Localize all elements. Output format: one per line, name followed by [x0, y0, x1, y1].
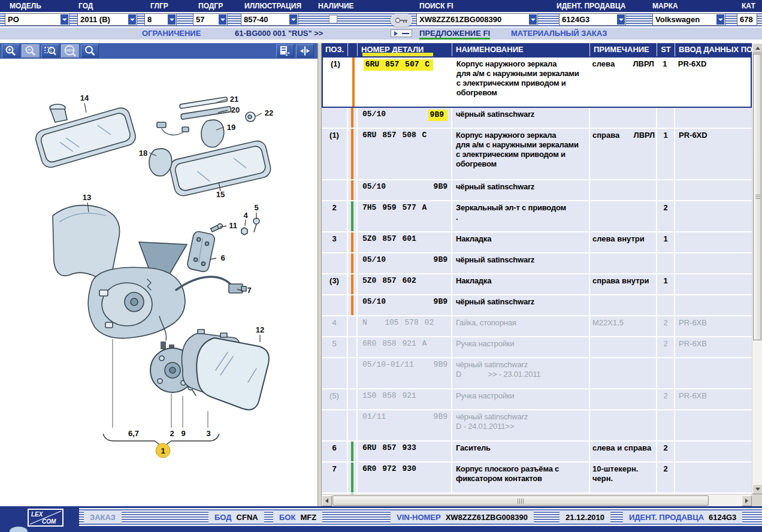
scroll-down-arrow-icon[interactable]: [752, 484, 762, 494]
qty-cell: 1: [657, 58, 675, 107]
parts-table-panel: ПОЗ. НОМЕР ДЕТАЛИ НАИМЕНОВАНИЕ ПРИМЕЧАНИ…: [322, 43, 762, 506]
table-row[interactable]: (5)1S0 858 921Ручка настройки2PR-6XB: [322, 389, 752, 410]
vertical-scrollbar[interactable]: [752, 43, 762, 494]
illustration-toolbar: 100%: [0, 43, 318, 59]
qty-cell: [657, 295, 675, 315]
callout-5[interactable]: 5: [254, 203, 258, 212]
scroll-right-arrow-icon[interactable]: [742, 495, 752, 506]
offer-fi-tab[interactable]: ПРЕДЛОЖЕНИЕ FI: [419, 29, 490, 38]
search-fi-select[interactable]: XW8ZZZ61ZBG008390: [416, 13, 538, 26]
chevron-down-icon[interactable]: [616, 14, 625, 25]
chevron-down-icon[interactable]: [167, 14, 176, 25]
table-row[interactable]: 05/109B9чёрный satinschwarz: [322, 295, 752, 316]
subgroup-select[interactable]: 57: [193, 13, 228, 26]
zoom-in-button[interactable]: [2, 44, 20, 58]
remark-cell: [590, 389, 657, 409]
search-button[interactable]: [81, 44, 99, 58]
search-fi-value: XW8ZZZ61ZBG008390: [417, 15, 501, 24]
part-name-cell: чёрный satinschwarz: [452, 295, 590, 315]
callout-14[interactable]: 14: [80, 93, 89, 102]
callout-20[interactable]: 20: [231, 105, 240, 114]
chevron-down-icon[interactable]: [218, 14, 227, 25]
material-order-tab[interactable]: МАТЕРИАЛЬНЫЙ ЗАКАЗ: [511, 29, 607, 38]
table-row[interactable]: 76R0 972 930Корпус плоского разъёма сфик…: [322, 463, 752, 494]
table-row[interactable]: 56R0 858 921 AРучка настройки2PR-6XB: [322, 337, 752, 358]
table-row[interactable]: (3)5Z0 857 602Накладкасправа внутри1: [322, 274, 752, 295]
remark-cell: справаЛВРЛ: [590, 129, 657, 179]
status-bar: LEX COM ЗАКАЗ БОДCFNA БОКMFZ VIN-НОМЕРXW…: [0, 506, 762, 532]
callout-1[interactable]: 1: [161, 446, 165, 455]
data-entry-cell: [675, 232, 752, 252]
row-marker-bar: [348, 201, 358, 231]
illustration-panel: 100%: [0, 43, 318, 506]
table-row[interactable]: 05/10-01/119B9чёрный satinschwarzD >> - …: [322, 358, 752, 389]
chevron-down-icon[interactable]: [128, 14, 137, 25]
part-number-cell: 05/109B9: [358, 108, 452, 128]
row-marker-bar: [348, 295, 358, 315]
scroll-left-arrow-icon[interactable]: [322, 495, 332, 506]
catalog-field[interactable]: 678: [737, 13, 757, 26]
chevron-down-icon[interactable]: [716, 14, 725, 25]
table-row[interactable]: 01/119B9чёрный satinschwarzD - 24.01.201…: [322, 410, 752, 442]
zoom-100-button[interactable]: 100%: [61, 44, 79, 58]
table-row[interactable]: 05/109B9чёрный satinschwarz: [322, 253, 752, 274]
callout-2[interactable]: 2: [170, 429, 174, 438]
table-row[interactable]: (1)6RU 857 507 CКорпус наружного зеркала…: [322, 56, 752, 108]
overview-pages-button[interactable]: [276, 44, 294, 58]
table-row[interactable]: 4N 105 578 02Гайка, стопорнаяM22X1,52PR-…: [322, 316, 752, 337]
table-row[interactable]: 66RU 857 933Гасительслева и справа2: [322, 442, 752, 463]
dealer-id-select[interactable]: 6124G3: [559, 13, 626, 26]
illustration-select[interactable]: 857-40: [241, 13, 298, 26]
zoom-out-button[interactable]: [22, 44, 40, 58]
model-label: МОДЕЛЬ: [10, 2, 41, 10]
callout-22[interactable]: 22: [265, 108, 273, 117]
qty-cell: 2: [657, 201, 675, 231]
table-row[interactable]: 05/109B9чёрный satinschwarz: [322, 108, 752, 129]
callout-9[interactable]: 9: [181, 429, 185, 438]
data-entry-cell: [675, 201, 752, 231]
table-row[interactable]: (1)6RU 857 508 CКорпус наружного зеркала…: [322, 129, 752, 180]
callout-3[interactable]: 3: [206, 429, 210, 438]
callout-11[interactable]: 11: [229, 221, 237, 230]
split-view-button[interactable]: [296, 44, 314, 58]
callout-7[interactable]: 7: [247, 286, 251, 295]
zoom-window-button[interactable]: [41, 44, 59, 58]
panel-splitter[interactable]: [318, 43, 322, 506]
brand-value: Volkswagen: [653, 15, 700, 24]
subgroup-label: ПОДГР: [198, 2, 223, 10]
illustration-label: ИЛЛЮСТРАЦИЯ: [244, 2, 301, 10]
model-select[interactable]: PO: [5, 13, 69, 26]
chevron-down-icon[interactable]: [289, 14, 298, 25]
vertical-scrollbar-thumb[interactable]: [753, 54, 761, 340]
catalog-value: 678: [737, 15, 753, 24]
restriction-link[interactable]: ОГРАНИЧЕНИЕ: [142, 29, 201, 38]
table-row[interactable]: 35Z0 857 601Накладкаслева внутри1: [322, 232, 752, 253]
column-header-marker: [348, 43, 358, 56]
horizontal-scrollbar[interactable]: [322, 494, 752, 506]
order-status[interactable]: ЗАКАЗ: [84, 510, 122, 524]
callout-13[interactable]: 13: [83, 193, 91, 202]
year-select[interactable]: 2011 (B): [77, 13, 137, 26]
table-row[interactable]: 27H5 959 577 AЗеркальный эл-т с приводом…: [322, 201, 752, 232]
scroll-up-arrow-icon[interactable]: [752, 43, 762, 53]
availability-checkbox[interactable]: [329, 15, 337, 23]
chevron-down-icon[interactable]: [528, 14, 537, 25]
brand-select[interactable]: Volkswagen: [652, 13, 725, 26]
key-icon[interactable]: [391, 14, 412, 26]
parts-illustration[interactable]: 1421202219181513541167126,72931: [0, 59, 318, 491]
main-group-select[interactable]: 8: [144, 13, 177, 26]
callout-6,7[interactable]: 6,7: [128, 429, 139, 438]
table-row[interactable]: 05/109B9чёрный satinschwarz: [322, 180, 752, 201]
callout-12[interactable]: 12: [256, 325, 264, 334]
callout-21[interactable]: 21: [230, 95, 238, 104]
callout-4[interactable]: 4: [243, 211, 248, 220]
callout-18[interactable]: 18: [139, 149, 147, 158]
callout-15[interactable]: 15: [216, 190, 225, 199]
callout-6[interactable]: 6: [220, 253, 225, 262]
callout-19[interactable]: 19: [227, 123, 235, 132]
data-entry-cell: [675, 358, 752, 388]
data-entry-cell: [675, 442, 752, 461]
offer-fi-button[interactable]: [391, 29, 412, 37]
chevron-down-icon[interactable]: [60, 14, 69, 25]
horizontal-scrollbar-thumb[interactable]: [332, 495, 709, 506]
